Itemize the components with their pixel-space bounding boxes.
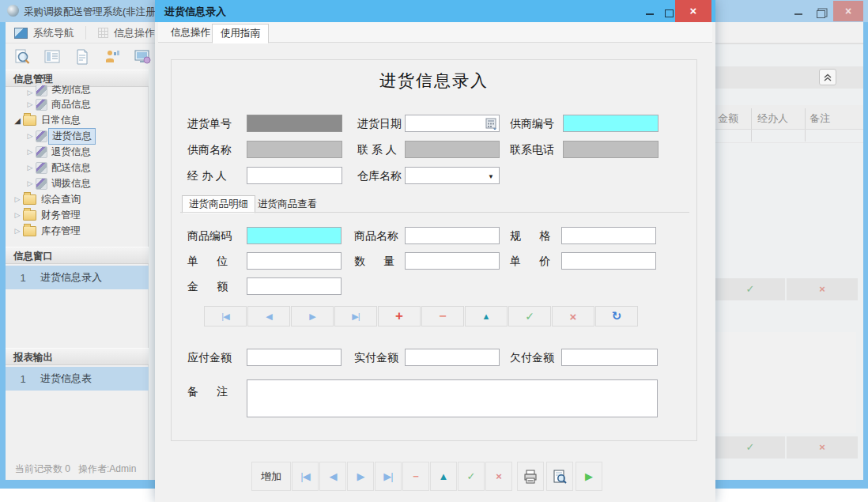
collapse-panel-button[interactable] xyxy=(819,69,836,85)
tree-item-delivery-info[interactable]: ▷ 配送信息 xyxy=(6,160,149,176)
main-minimize-button[interactable] xyxy=(791,6,806,17)
spec-input[interactable] xyxy=(561,227,656,244)
grid-header-amount[interactable]: 金额 xyxy=(718,111,738,126)
nav-edit-button[interactable]: ▲ xyxy=(430,462,457,491)
paid-input[interactable] xyxy=(405,349,500,366)
collapse-arrow-icon[interactable]: ◢ xyxy=(12,116,23,125)
date-field[interactable] xyxy=(405,115,500,132)
handler-input[interactable] xyxy=(247,167,342,184)
folder-icon xyxy=(23,115,36,126)
bg-cancel-button[interactable]: × xyxy=(787,278,858,300)
expand-arrow-icon[interactable]: ▷ xyxy=(12,227,23,235)
sidebar: 信息管理 ▷ 类别信息 ▷ 商品信息 ◢ 日常信息 ▷ xyxy=(6,70,149,481)
warehouse-select[interactable]: ▼ xyxy=(405,167,500,184)
bg-post-button[interactable]: ✓ xyxy=(715,436,785,459)
main-restore-button[interactable] xyxy=(813,6,828,17)
owed-input[interactable] xyxy=(561,349,658,366)
expand-arrow-icon[interactable]: ▷ xyxy=(25,179,36,187)
owed-label: 欠付金额 xyxy=(510,351,554,365)
chevron-down-icon[interactable]: ▼ xyxy=(488,173,494,180)
calendar-icon[interactable] xyxy=(485,118,497,130)
tree-item-purchase-info[interactable]: ▷ 进货信息 xyxy=(6,128,149,144)
expand-arrow-icon[interactable]: ▷ xyxy=(25,132,36,140)
tree-folder-finance[interactable]: ▷ 财务管理 xyxy=(6,207,149,223)
grid-row-line xyxy=(715,142,863,143)
window-list-item[interactable]: 1 进货信息录入 xyxy=(6,266,149,289)
main-close-button[interactable]: × xyxy=(833,1,863,21)
ribbon-tab-label: 系统导航 xyxy=(33,26,74,40)
expand-arrow-icon[interactable]: ▷ xyxy=(25,148,36,156)
add-button[interactable]: 增加 xyxy=(251,462,291,491)
tab-detail-view[interactable]: 进货商品查看 xyxy=(251,196,323,213)
monitor-icon[interactable] xyxy=(131,47,153,67)
menu-tab-guide[interactable]: 使用指南 xyxy=(212,24,269,43)
dialog-maximize-button[interactable] xyxy=(661,6,677,16)
expand-arrow-icon[interactable]: ▷ xyxy=(12,195,23,203)
document-icon[interactable] xyxy=(71,47,93,67)
grid-header-handler[interactable]: 经办人 xyxy=(757,111,788,126)
nav-prior-button[interactable]: ◀ xyxy=(247,306,290,326)
bg-post-button[interactable]: ✓ xyxy=(715,278,785,300)
nav-cancel-button[interactable]: × xyxy=(485,462,512,491)
tree-item-product-info[interactable]: ▷ 商品信息 xyxy=(6,96,149,112)
execute-button[interactable]: ▶ xyxy=(576,462,602,491)
qty-input[interactable] xyxy=(405,252,500,270)
nav-post-button[interactable]: ✓ xyxy=(508,306,551,326)
expand-arrow-icon[interactable]: ▷ xyxy=(12,211,23,219)
item-name-input[interactable] xyxy=(405,227,500,244)
nav-delete-button[interactable]: − xyxy=(421,306,464,326)
expand-arrow-icon[interactable]: ▷ xyxy=(25,89,36,96)
list-view-icon[interactable] xyxy=(41,47,63,67)
price-input[interactable] xyxy=(561,252,656,270)
expand-arrow-icon[interactable]: ▷ xyxy=(25,164,36,172)
list-item-label: 进货信息录入 xyxy=(40,270,102,285)
window-panel-icon xyxy=(14,28,28,39)
remark-label: 备 注 xyxy=(187,385,228,399)
ribbon-tab-system-nav[interactable]: 系统导航 xyxy=(6,24,82,42)
tree-folder-daily-info[interactable]: ◢ 日常信息 xyxy=(6,112,149,128)
nav-cancel-button[interactable]: × xyxy=(552,306,594,326)
nav-last-button[interactable]: ▶| xyxy=(375,462,402,491)
nav-edit-button[interactable]: ▲ xyxy=(465,306,508,326)
tree-item-transfer-info[interactable]: ▷ 调拨信息 xyxy=(6,176,149,191)
nav-next-button[interactable]: ▶ xyxy=(347,462,374,491)
print-button[interactable] xyxy=(517,462,544,491)
print-preview-button[interactable] xyxy=(546,462,573,491)
menu-tab-info-ops[interactable]: 信息操作 xyxy=(163,24,218,41)
amount-input[interactable] xyxy=(247,277,342,295)
tree-folder-query[interactable]: ▷ 综合查询 xyxy=(6,191,149,207)
unit-input[interactable] xyxy=(247,252,342,270)
report-list-item[interactable]: 1 进货信息表 xyxy=(6,367,149,391)
dialog-close-button[interactable]: × xyxy=(675,0,711,22)
bg-cancel-button[interactable]: × xyxy=(787,436,858,459)
supplier-no-input[interactable] xyxy=(563,115,659,132)
payable-input[interactable] xyxy=(247,349,342,366)
divider xyxy=(715,43,863,44)
dialog-minimize-button[interactable] xyxy=(642,6,658,17)
nav-delete-button[interactable]: − xyxy=(402,462,429,491)
tree-item-return-info[interactable]: ▷ 退货信息 xyxy=(6,144,149,160)
ribbon-tab-info-ops[interactable]: 信息操作 xyxy=(90,24,163,42)
nav-last-button[interactable]: ▶| xyxy=(334,306,377,326)
nav-insert-button[interactable]: + xyxy=(378,306,421,326)
grid-header-remark[interactable]: 备注 xyxy=(810,111,830,126)
grid-header-line xyxy=(715,129,863,130)
tree-item-category-info[interactable]: ▷ 类别信息 xyxy=(6,85,149,96)
expand-arrow-icon[interactable]: ▷ xyxy=(25,100,36,108)
remark-textarea[interactable] xyxy=(247,379,658,417)
nav-first-button[interactable]: |◀ xyxy=(292,462,319,491)
tab-detail-entry[interactable]: 进货商品明细 xyxy=(182,195,255,213)
item-code-input[interactable] xyxy=(247,227,342,244)
nav-next-button[interactable]: ▶ xyxy=(291,306,334,326)
item-code-label: 商品编码 xyxy=(187,229,232,243)
user-report-icon[interactable] xyxy=(101,47,123,67)
tree-folder-inventory[interactable]: ▷ 库存管理 xyxy=(6,223,149,239)
nav-refresh-button[interactable]: ↻ xyxy=(595,306,638,326)
search-icon[interactable] xyxy=(11,47,33,67)
nav-post-button[interactable]: ✓ xyxy=(458,462,485,491)
tree-item-label: 日常信息 xyxy=(41,114,81,127)
nav-first-button[interactable]: |◀ xyxy=(204,306,247,326)
nav-prior-button[interactable]: ◀ xyxy=(319,462,346,491)
folder-icon xyxy=(23,226,36,236)
main-toolbar xyxy=(0,43,155,70)
